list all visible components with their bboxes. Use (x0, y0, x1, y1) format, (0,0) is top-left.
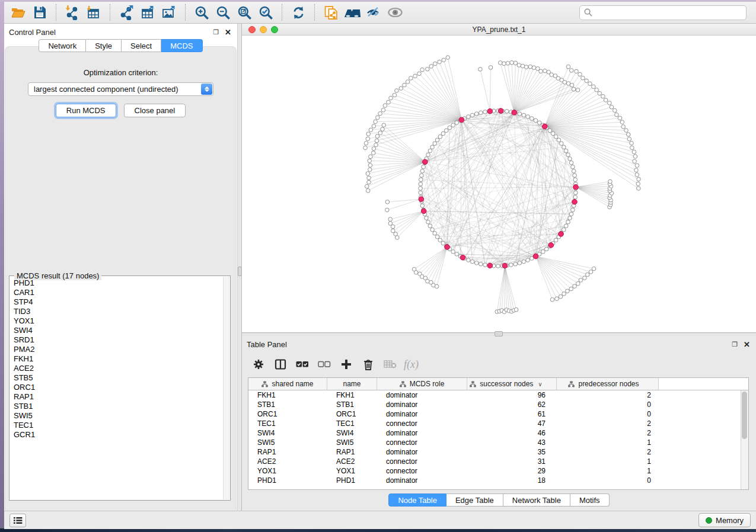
run-mcds-button[interactable]: Run MCDS (56, 104, 116, 117)
table-row[interactable]: PHD1PHD1dominator180 (248, 476, 748, 485)
delete-row-icon[interactable] (360, 356, 377, 373)
zoom-fit-icon[interactable] (235, 4, 254, 21)
mcds-result-item[interactable]: STB5 (14, 373, 222, 383)
tab-select[interactable]: Select (122, 39, 161, 52)
mcds-result-item[interactable]: TID3 (14, 307, 222, 316)
table-cell: connector (377, 467, 467, 475)
mcds-result-item[interactable]: SRD1 (14, 335, 222, 345)
open-session-icon[interactable] (9, 4, 28, 21)
table-cell: 2 (557, 391, 659, 399)
horizontal-splitter[interactable] (242, 333, 756, 336)
zoom-out-icon[interactable] (213, 4, 232, 21)
table-panel: Table Panel ❐ ✕ f(x) shared namenameMCDS… (242, 336, 756, 511)
mcds-result-item[interactable]: TEC1 (14, 421, 222, 430)
columns-icon[interactable] (272, 356, 289, 373)
table-row[interactable]: SWI5SWI5connector431 (248, 438, 748, 447)
network-canvas[interactable] (242, 36, 756, 332)
table-cell: RAP1 (327, 448, 377, 456)
export-network-icon[interactable] (117, 4, 136, 21)
import-network-icon[interactable] (63, 4, 82, 21)
tab-edge-table[interactable]: Edge Table (446, 493, 503, 507)
mcds-result-item[interactable]: RAP1 (14, 392, 222, 402)
column-header-successor-nodes[interactable]: successor nodes∨ (467, 378, 557, 390)
deselect-all-icon[interactable] (316, 356, 333, 373)
column-header-predecessor-nodes[interactable]: predecessor nodes (557, 378, 659, 390)
close-panel-icon[interactable]: ✕ (744, 341, 750, 348)
refresh-icon[interactable] (289, 4, 308, 21)
table-row[interactable]: YOX1YOX1connector291 (248, 466, 748, 476)
import-table-icon[interactable] (84, 4, 103, 21)
memory-button[interactable]: Memory (698, 513, 751, 527)
column-header-MCDS-role[interactable]: MCDS role (377, 378, 467, 390)
tab-network[interactable]: Network (39, 39, 86, 52)
task-history-button[interactable] (9, 514, 26, 527)
table-row[interactable]: TEC1TEC1connector472 (248, 419, 748, 428)
search-box[interactable] (579, 5, 747, 20)
network-graph[interactable] (242, 36, 756, 332)
close-panel-icon[interactable]: ✕ (225, 28, 231, 36)
table-cell: TEC1 (327, 419, 377, 428)
network-titlebar[interactable]: YPA_prune.txt_1 (242, 24, 756, 36)
task-list-icon (14, 517, 23, 524)
mcds-result-item[interactable]: SWI4 (14, 326, 222, 335)
mcds-result-item[interactable]: GCR1 (14, 430, 222, 440)
mcds-result-item[interactable]: YOX1 (14, 316, 222, 326)
export-table-icon[interactable] (138, 4, 157, 21)
mcds-result-item[interactable]: FKH1 (14, 354, 222, 364)
table-cell: SWI4 (327, 429, 377, 437)
mcds-result-item[interactable]: PHD1 (14, 278, 222, 288)
float-window-icon[interactable]: ❐ (732, 341, 738, 348)
hide-graphics-details-icon[interactable] (364, 4, 383, 21)
table-scrollbar[interactable] (741, 390, 748, 489)
table-row[interactable]: SWI4SWI4dominator462 (248, 428, 748, 438)
mcds-result-item[interactable]: CAR1 (14, 288, 222, 297)
table-cell: connector (377, 457, 467, 466)
search-input[interactable] (595, 8, 742, 17)
close-panel-button[interactable]: Close panel (124, 104, 186, 117)
criterion-select[interactable]: largest connected component (undirected) (28, 82, 213, 96)
table-row[interactable]: FKH1FKH1dominator962 (248, 390, 748, 400)
tab-motifs[interactable]: Motifs (570, 493, 610, 507)
table-cell: FKH1 (248, 391, 327, 399)
tab-style[interactable]: Style (86, 39, 122, 52)
float-window-icon[interactable]: ❐ (213, 29, 219, 36)
mcds-result-item[interactable]: STB1 (14, 402, 222, 411)
copy-network-icon[interactable] (321, 4, 340, 21)
scrollbar-thumb[interactable] (742, 392, 747, 439)
mcds-result-item[interactable]: ACE2 (14, 364, 222, 373)
show-graphics-details-icon[interactable] (385, 4, 404, 21)
table-cell: dominator (377, 400, 467, 409)
node-table-header-row: shared namenameMCDS rolesuccessor nodes∨… (248, 378, 748, 390)
control-panel-title: Control Panel (9, 28, 56, 37)
vertical-splitter[interactable] (237, 24, 242, 511)
table-row[interactable]: ORC1ORC1dominator610 (248, 409, 748, 419)
function-builder-icon[interactable]: f(x) (404, 358, 419, 371)
table-cell: STB1 (248, 400, 327, 409)
export-image-icon[interactable] (160, 4, 178, 21)
table-cell: SWI5 (248, 438, 327, 447)
binoculars-icon[interactable] (343, 4, 362, 21)
zoom-in-icon[interactable] (192, 4, 211, 21)
settings-icon[interactable] (250, 356, 267, 373)
tab-node-table[interactable]: Node Table (388, 493, 446, 507)
table-row[interactable]: STB1STB1dominator620 (248, 400, 748, 409)
column-header-shared-name[interactable]: shared name (248, 378, 327, 390)
add-row-icon[interactable] (338, 356, 355, 373)
splitter-handle[interactable] (238, 267, 242, 276)
zoom-selected-icon[interactable] (256, 4, 275, 21)
save-session-icon[interactable] (30, 4, 49, 21)
table-cell: PHD1 (327, 476, 377, 485)
mcds-result-item[interactable]: PMA2 (14, 345, 222, 354)
tab-mcds[interactable]: MCDS (161, 39, 202, 52)
mcds-list-scrollbar[interactable] (223, 277, 229, 499)
mcds-result-item[interactable]: STP4 (14, 297, 222, 307)
column-label: predecessor nodes (578, 380, 639, 388)
mcds-result-item[interactable]: SWI5 (14, 411, 222, 421)
table-row[interactable]: RAP1RAP1dominator352 (248, 447, 748, 457)
mcds-result-item[interactable]: ORC1 (14, 383, 222, 392)
table-row[interactable]: ACE2ACE2connector311 (248, 457, 748, 466)
column-header-name[interactable]: name (327, 378, 377, 390)
tab-network-table[interactable]: Network Table (503, 493, 570, 507)
splitter-handle[interactable] (495, 331, 503, 336)
select-all-icon[interactable] (294, 356, 311, 373)
